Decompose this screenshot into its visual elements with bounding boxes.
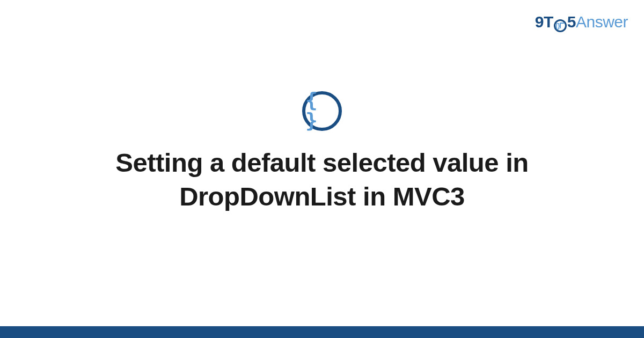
topic-icon-circle: { }	[302, 91, 342, 131]
page-title: Setting a default selected value in Drop…	[48, 146, 596, 213]
footer-accent-bar	[0, 326, 644, 338]
main-content: { } Setting a default selected value in …	[0, 0, 644, 326]
code-braces-icon: { }	[305, 90, 339, 130]
